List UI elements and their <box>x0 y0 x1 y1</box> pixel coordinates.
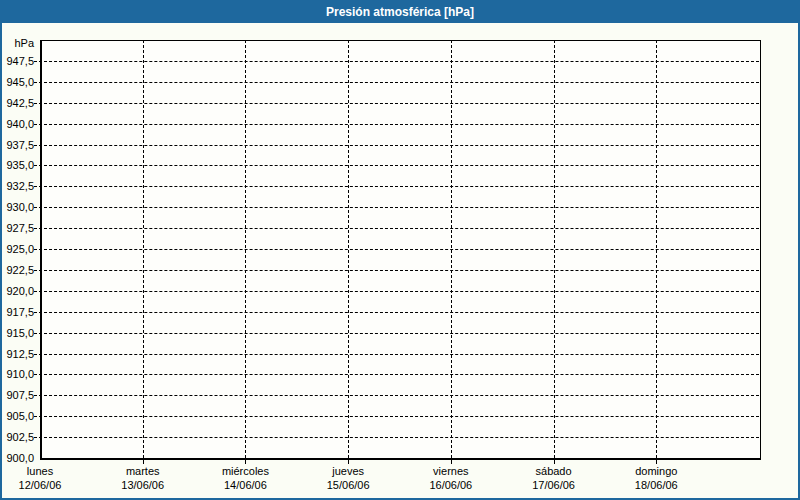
y-tick-label: 932,5 <box>2 180 34 192</box>
x-date-label: 13/06/06 <box>93 478 193 492</box>
y-tick-label: 917,5 <box>2 306 34 318</box>
v-gridline <box>245 40 246 458</box>
v-gridline <box>656 40 657 458</box>
v-gridline <box>348 40 349 458</box>
x-date-label: 15/06/06 <box>298 478 398 492</box>
x-date-label: 14/06/06 <box>195 478 295 492</box>
x-date-label: 12/06/06 <box>0 478 90 492</box>
y-tick-label: 915,0 <box>2 327 34 339</box>
y-tick-label: 927,5 <box>2 222 34 234</box>
y-tick-label: 912,5 <box>2 348 34 360</box>
y-tick-label: 920,0 <box>2 285 34 297</box>
x-day-label: martes <box>93 464 193 478</box>
y-tick-label: 930,0 <box>2 201 34 213</box>
x-day-label: miércoles <box>195 464 295 478</box>
y-tick-label: 925,0 <box>2 243 34 255</box>
x-day-label: domingo <box>606 464 706 478</box>
x-day-label: viernes <box>401 464 501 478</box>
chart-window: Presión atmosférica [hPa] hPa 947,5945,0… <box>0 0 800 500</box>
v-gridline <box>451 40 452 458</box>
y-tick-label: 947,5 <box>2 55 34 67</box>
x-day-label: lunes <box>0 464 90 478</box>
x-day-label: jueves <box>298 464 398 478</box>
x-date-label: 17/06/06 <box>504 478 604 492</box>
x-label-block: jueves15/06/06 <box>298 464 398 492</box>
y-tick-label: 910,0 <box>2 368 34 380</box>
y-tick-label: 940,0 <box>2 118 34 130</box>
x-day-label: sábado <box>504 464 604 478</box>
x-label-block: martes13/06/06 <box>93 464 193 492</box>
y-tick-label: 945,0 <box>2 76 34 88</box>
y-tick-label: 902,5 <box>2 431 34 443</box>
x-label-block: lunes12/06/06 <box>0 464 90 492</box>
y-axis-unit-label: hPa <box>2 37 34 49</box>
y-tick-label: 935,0 <box>2 159 34 171</box>
v-gridline <box>554 40 555 458</box>
y-tick-label: 907,5 <box>2 389 34 401</box>
x-label-block: domingo18/06/06 <box>606 464 706 492</box>
y-tick-label: 922,5 <box>2 264 34 276</box>
x-label-block: miércoles14/06/06 <box>195 464 295 492</box>
chart-title-bar: Presión atmosférica [hPa] <box>2 2 798 23</box>
x-label-block: sábado17/06/06 <box>504 464 604 492</box>
y-tick-label: 900,0 <box>2 452 34 464</box>
v-gridline <box>143 40 144 458</box>
y-tick-label: 937,5 <box>2 139 34 151</box>
x-label-block: viernes16/06/06 <box>401 464 501 492</box>
x-date-label: 16/06/06 <box>401 478 501 492</box>
chart-title: Presión atmosférica [hPa] <box>326 5 474 19</box>
y-tick-label: 942,5 <box>2 97 34 109</box>
x-date-label: 18/06/06 <box>606 478 706 492</box>
y-tick-label: 905,0 <box>2 410 34 422</box>
